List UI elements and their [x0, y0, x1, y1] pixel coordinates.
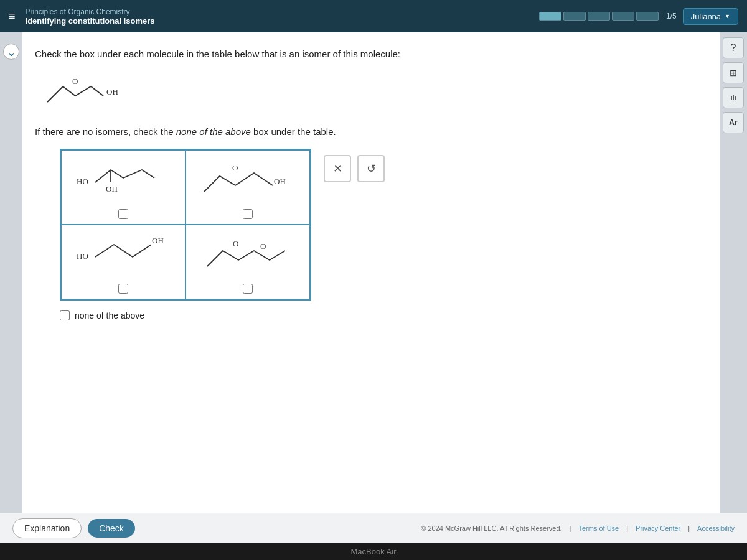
course-title: Principles of Organic Chemistry	[26, 7, 533, 16]
macbook-bar: MacBook Air	[0, 543, 747, 560]
molecule-cell-2: O OH	[186, 150, 310, 225]
checkbox-none-above[interactable]	[60, 310, 70, 320]
checkbox-row-4	[243, 284, 253, 294]
progress-bars	[539, 12, 659, 21]
progress-label: 1/5	[666, 12, 677, 21]
progress-seg-1	[539, 12, 561, 21]
terms-link[interactable]: Terms of Use	[578, 525, 619, 532]
note-em: none of the above	[176, 126, 251, 137]
user-name: Julianna	[691, 12, 721, 21]
svg-text:O: O	[232, 163, 238, 172]
molecule-cell-1: HO OH	[61, 150, 186, 225]
checkbox-molecule-1[interactable]	[118, 209, 128, 219]
chart-icon: ıl‌ı	[730, 94, 736, 101]
refresh-button[interactable]: ↺	[357, 155, 385, 182]
checkbox-row-3	[118, 284, 128, 294]
privacy-link[interactable]: Privacy Center	[636, 525, 680, 532]
svg-text:HO: HO	[77, 251, 88, 261]
molecule-table: HO OH	[60, 149, 311, 301]
text-size-button[interactable]: Ar	[723, 112, 744, 133]
page-subtitle: Identifying constitutional isomers	[26, 16, 533, 26]
progress-indicator: 1/5	[539, 12, 677, 21]
explanation-button[interactable]: Explanation	[12, 518, 82, 538]
chart-button[interactable]: ıl‌ı	[723, 87, 744, 108]
progress-seg-3	[588, 12, 610, 21]
hamburger-icon[interactable]: ≡	[9, 10, 16, 23]
separator-1: |	[570, 525, 571, 532]
check-button[interactable]: Check	[88, 519, 135, 538]
question-main-text: Check the box under each molecule in the…	[35, 49, 400, 59]
molecule-3-svg: HO OH	[73, 235, 173, 279]
svg-text:OH: OH	[152, 236, 164, 245]
svg-text:OH: OH	[274, 177, 286, 186]
macbook-label: MacBook Air	[351, 547, 397, 556]
text-size-icon: Ar	[729, 118, 737, 127]
copyright-text: © 2024 McGraw Hill LLC. All Rights Reser…	[421, 525, 561, 532]
reference-molecule: O OH	[41, 74, 701, 114]
accessibility-link[interactable]: Accessibility	[697, 525, 735, 532]
left-panel: ⌄	[0, 32, 22, 513]
reference-molecule-svg: O OH	[41, 74, 141, 111]
checkbox-row-2	[243, 209, 253, 219]
svg-text:OH: OH	[106, 87, 118, 96]
table-button[interactable]: ⊞	[723, 62, 744, 83]
none-of-above-row: none of the above	[60, 310, 701, 320]
molecule-cell-4: O O	[186, 225, 310, 299]
none-above-label: none of the above	[75, 310, 144, 320]
svg-text:O: O	[260, 241, 266, 251]
checkbox-row-1	[118, 209, 128, 219]
note-suffix: box under the table.	[251, 126, 336, 137]
action-buttons-area: ✕ ↺	[324, 155, 385, 182]
checkbox-molecule-2[interactable]	[243, 209, 253, 219]
molecule-2-svg: O OH	[198, 161, 298, 204]
footer-links: © 2024 McGraw Hill LLC. All Rights Reser…	[421, 525, 735, 532]
svg-text:O: O	[72, 77, 78, 86]
close-button[interactable]: ✕	[324, 155, 351, 182]
svg-text:O: O	[233, 239, 238, 248]
question-text: Check the box under each molecule in the…	[35, 47, 701, 62]
user-menu-button[interactable]: Julianna	[683, 8, 738, 25]
main-wrapper: ⌄ Check the box under each molecule in t…	[0, 32, 747, 513]
content-panel: Check the box under each molecule in the…	[22, 32, 720, 513]
note-prefix: If there are no isomers, check the	[35, 126, 176, 137]
svg-text:HO: HO	[77, 177, 88, 186]
svg-text:OH: OH	[106, 184, 118, 194]
molecule-cell-3: HO OH	[61, 225, 186, 299]
molecule-1-svg: HO OH	[73, 161, 173, 204]
progress-seg-2	[563, 12, 586, 21]
checkbox-molecule-3[interactable]	[118, 284, 128, 294]
separator-3: |	[688, 525, 690, 532]
footer: Explanation Check © 2024 McGraw Hill LLC…	[0, 513, 747, 543]
help-icon: ?	[731, 42, 736, 54]
footer-actions: Explanation Check	[12, 518, 135, 538]
collapse-button[interactable]: ⌄	[3, 44, 19, 60]
molecule-4-svg: O O	[198, 235, 298, 279]
progress-seg-5	[636, 12, 659, 21]
header-titles: Principles of Organic Chemistry Identify…	[26, 7, 533, 26]
right-sidebar: ? ⊞ ıl‌ı Ar	[720, 32, 747, 513]
help-button[interactable]: ?	[723, 37, 744, 58]
header: ≡ Principles of Organic Chemistry Identi…	[0, 0, 747, 32]
question-note: If there are no isomers, check the none …	[35, 125, 701, 139]
separator-2: |	[626, 525, 628, 532]
checkbox-molecule-4[interactable]	[243, 284, 253, 294]
progress-seg-4	[612, 12, 634, 21]
table-icon: ⊞	[730, 68, 737, 78]
